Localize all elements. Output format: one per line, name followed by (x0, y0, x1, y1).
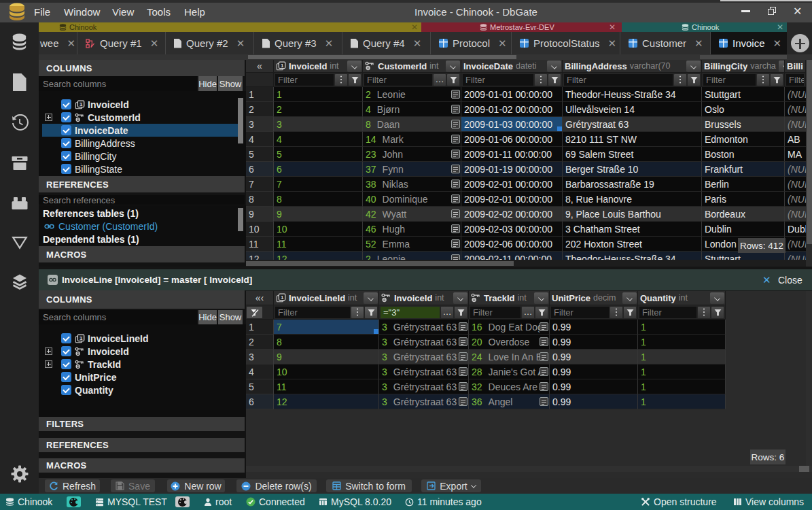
svg-text:1: 1 (281, 63, 284, 69)
svg-text:1: 1 (80, 335, 83, 341)
svg-text:1: 1 (281, 294, 284, 301)
svg-text:1: 1 (80, 101, 83, 107)
